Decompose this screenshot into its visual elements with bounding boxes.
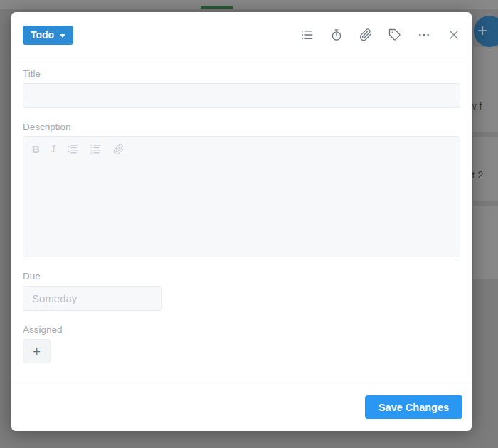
italic-icon[interactable]: I — [52, 143, 55, 155]
bullet-list-icon[interactable] — [68, 144, 78, 154]
add-assignee-button[interactable]: + — [23, 339, 51, 363]
tag-icon[interactable] — [388, 28, 401, 41]
chevron-down-icon — [60, 34, 65, 38]
title-input[interactable] — [23, 83, 460, 108]
status-dropdown-button[interactable]: Todo — [23, 26, 73, 45]
more-options-icon[interactable] — [418, 28, 430, 41]
modal-footer: Save Changes — [11, 385, 472, 431]
description-toolbar: B I 1 2 — [23, 137, 460, 155]
dimmed-task-card — [473, 47, 498, 132]
assigned-label: Assigned — [23, 324, 460, 336]
numbered-list-icon[interactable]: 1 2 — [90, 144, 101, 154]
dimmed-task-card — [473, 137, 498, 201]
attachment-icon[interactable] — [359, 28, 372, 41]
timer-icon[interactable] — [330, 28, 343, 41]
status-dropdown-label: Todo — [31, 29, 54, 41]
modal-body: Title Description B I — [11, 68, 472, 363]
checklist-icon[interactable] — [301, 28, 314, 41]
due-input[interactable] — [23, 286, 162, 311]
svg-text:1: 1 — [90, 144, 93, 149]
attach-icon[interactable] — [113, 144, 124, 155]
dimmed-task-card — [473, 206, 498, 279]
bold-icon[interactable]: B — [32, 143, 40, 155]
description-editor-box: B I 1 2 — [23, 136, 460, 257]
description-input[interactable] — [23, 155, 460, 240]
dimmed-add-task-button: + — [474, 16, 498, 47]
dimmed-page-header — [0, 0, 498, 9]
modal-toolbar — [301, 28, 461, 42]
due-label: Due — [23, 271, 460, 282]
description-label: Description — [23, 122, 460, 133]
dimmed-green-accent-bar — [201, 6, 233, 9]
title-label: Title — [23, 68, 460, 80]
save-button[interactable]: Save Changes — [365, 395, 462, 419]
close-icon[interactable] — [447, 28, 461, 42]
modal-header: Todo — [11, 12, 472, 58]
svg-text:2: 2 — [90, 149, 93, 154]
task-edit-modal: Todo — [11, 12, 472, 431]
